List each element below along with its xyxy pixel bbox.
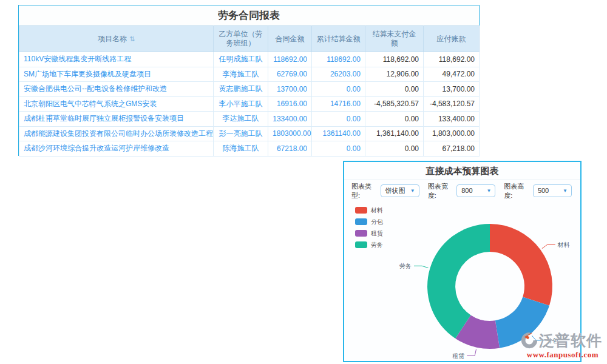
amount-cell: 133,400.00 [424,112,480,127]
labor-contract-report-panel: 劳务合同报表 项目名称⇅乙方单位（劳务班组）合同金额累计结算金额结算未支付金额应… [18,5,480,156]
pie-segment-1[interactable] [490,224,552,306]
legend-item-1[interactable]: 材料 [355,204,383,216]
legend-label: 材料 [371,206,383,215]
amount-cell: 14716.00 [312,96,365,112]
project-name-link[interactable]: 北京朝阳区电气中芯特气系统之GMS安装 [19,96,214,112]
table-row: 成都杜甫草堂临时展厅独立展柜报警设备安装项目李达施工队133400.000.00… [19,112,480,127]
amount-cell: -4,585,320.57 [365,96,424,112]
label-line [542,244,555,249]
table-row: 110kV安徽线程集变开断线路工程任明成施工队118692.00118692.0… [19,52,480,67]
amount-cell: 0.00 [365,141,424,157]
legend-item-4[interactable]: 劳务 [355,239,383,251]
amount-cell: 1,361,140.00 [365,126,424,141]
amount-cell: 0.00 [312,112,365,127]
legend-item-3[interactable]: 租赁 [355,228,383,239]
unit-link[interactable]: 黄志鹏施工队 [214,82,268,97]
page: 劳务合同报表 项目名称⇅乙方单位（劳务班组）合同金额累计结算金额结算未支付金额应… [0,0,607,364]
report-table: 项目名称⇅乙方单位（劳务班组）合同金额累计结算金额结算未支付金额应付账款 110… [19,25,480,157]
fanpu-logo-icon [520,331,539,349]
unit-link[interactable]: 李小平施工队 [214,96,268,112]
table-row: 安徽合肥供电公司--配电设备检修维护和改造黄志鹏施工队13700.000.000… [19,82,480,97]
watermark-url: www.fanpusoft.com [520,350,606,360]
report-table-head: 项目名称⇅乙方单位（劳务班组）合同金额累计结算金额结算未支付金额应付账款 [19,26,480,52]
amount-cell: 133400.00 [268,112,312,127]
unit-link[interactable]: 李海施工队 [214,67,268,82]
amount-cell: 12,906.00 [365,67,424,82]
project-name-link[interactable]: 110kV安徽线程集变开断线路工程 [19,52,214,67]
amount-cell: 118692.00 [268,52,312,67]
amount-cell: 62769.00 [268,67,312,82]
table-row: SM广场地下车库更换摄像机及硬盘项目李海施工队62769.0026203.001… [19,67,480,82]
column-header-1: 乙方单位（劳务班组） [214,26,268,52]
project-name-link[interactable]: SM广场地下车库更换摄像机及硬盘项目 [19,67,214,82]
column-header-3: 累计结算金额 [312,26,365,52]
report-table-body: 110kV安徽线程集变开断线路工程任明成施工队118692.00118692.0… [19,52,480,157]
project-name-link[interactable]: 成都沙河环境综合提升改造运河护岸维修改造 [19,141,214,157]
legend-swatch [355,207,367,214]
slice-label: 材料 [557,241,570,248]
label-line [414,266,429,268]
slice-label: 租赁 [452,352,464,359]
column-header-2: 合同金额 [268,26,312,52]
label-line [467,349,476,356]
amount-cell: 0.00 [365,82,424,97]
amount-cell: 67218.00 [268,141,312,157]
unit-link[interactable]: 李达施工队 [214,112,268,127]
unit-link[interactable]: 任明成施工队 [214,52,268,67]
watermark-brand: 泛普软件 [539,332,602,348]
legend-swatch [355,241,367,248]
amount-cell: 1361140.00 [312,126,365,141]
legend-label: 分包 [371,218,383,226]
amount-cell: 1803000.00 [268,126,312,141]
amount-cell: 118,692.00 [424,52,480,67]
project-name-link[interactable]: 成都杜甫草堂临时展厅独立展柜报警设备安装项目 [19,112,214,127]
watermark: 泛普软件 www.fanpusoft.com [520,331,606,360]
amount-cell: 0.00 [312,141,365,157]
amount-cell: 0.00 [312,82,365,97]
unit-link[interactable]: 陈海施工队 [214,141,268,157]
legend-label: 租赁 [371,229,383,238]
table-row: 成都能源建设集团投资有限公司临时办公场所装修改造工程EPC彭一亮施工队18030… [19,126,480,141]
legend-label: 劳务 [371,241,383,249]
slice-label: 劳务 [399,263,412,269]
amount-cell: 13700.00 [268,82,312,97]
amount-cell: 49,472.00 [424,67,480,82]
legend-item-2[interactable]: 分包 [355,216,383,228]
chart-legend: 材料分包租赁劳务 [355,204,383,251]
legend-swatch [355,218,367,225]
amount-cell: 16916.00 [268,96,312,112]
sort-icon[interactable]: ⇅ [129,35,135,44]
report-title: 劳务合同报表 [19,5,479,25]
legend-swatch [355,230,367,237]
amount-cell: -4,583,120.57 [424,96,480,112]
project-name-link[interactable]: 安徽合肥供电公司--配电设备检修维护和改造 [19,82,214,97]
table-row: 北京朝阳区电气中芯特气系统之GMS安装李小平施工队16916.0014716.0… [19,96,480,112]
amount-cell: 67,218.00 [424,141,480,157]
amount-cell: 118,692.00 [365,52,424,67]
unit-link[interactable]: 彭一亮施工队 [214,126,268,141]
column-header-5: 应付账款 [424,26,480,52]
column-header-0: 项目名称⇅ [19,26,214,52]
amount-cell: 13,700.00 [424,82,480,97]
table-row: 成都沙河环境综合提升改造运河护岸维修改造陈海施工队67218.000.000.0… [19,141,480,157]
amount-cell: 1,803,000.00 [424,126,480,141]
project-name-link[interactable]: 成都能源建设集团投资有限公司临时办公场所装修改造工程EPC [19,126,214,141]
column-header-4: 结算未支付金额 [365,26,424,52]
amount-cell: 0.00 [365,112,424,127]
amount-cell: 26203.00 [312,67,365,82]
amount-cell: 118692.00 [312,52,365,67]
